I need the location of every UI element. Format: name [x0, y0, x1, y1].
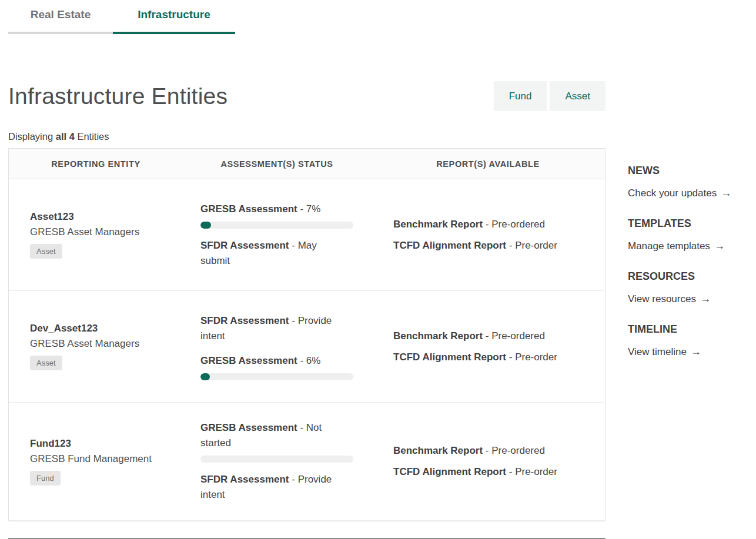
assessment-separator: -: [297, 203, 306, 215]
assessment-separator: -: [297, 422, 306, 433]
assessment-name: GRESB Assessment: [200, 203, 297, 215]
assessment-progress-fill: [200, 373, 210, 380]
sidebar: NEWS Check your updates→ TEMPLATES Manag…: [628, 165, 751, 376]
assessment-name: SFDR Assessment: [200, 315, 289, 326]
assessment-status-cell: SFDR Assessment - Provide intent GRESB A…: [183, 313, 371, 380]
report-name: TCFD Alignment Report: [393, 466, 506, 477]
column-header-assessment-status: ASSESSMENT(S) STATUS: [183, 159, 371, 169]
assessment-name: GRESB Assessment: [200, 355, 297, 366]
report-status: Pre-ordered: [491, 330, 545, 342]
entity-organization: GRESB Fund Management: [30, 453, 183, 465]
assessment-item: GRESB Assessment - Not started: [200, 420, 371, 463]
assessment-name: SFDR Assessment: [200, 474, 289, 485]
sidebar-heading-timeline: TIMELINE: [628, 323, 751, 336]
sidebar-link-label: Manage templates: [628, 240, 710, 252]
sidebar-heading-news: NEWS: [628, 165, 751, 177]
assessment-separator: -: [289, 240, 298, 251]
arrow-right-icon: →: [721, 187, 731, 199]
assessment-text: SFDR Assessment - Provide intent: [200, 313, 339, 344]
report-item: Benchmark Report - Pre-ordered: [393, 219, 605, 230]
table-row[interactable]: Fund123 GRESB Fund Management Fund GRESB…: [9, 403, 605, 521]
assessment-status: 7%: [306, 203, 321, 215]
entity-table: REPORTING ENTITY ASSESSMENT(S) STATUS RE…: [8, 148, 606, 521]
table-row[interactable]: Dev_Asset123 GRESB Asset Managers Asset …: [9, 291, 605, 403]
assessment-progress-bar: [200, 373, 353, 380]
assessment-separator: -: [289, 315, 298, 326]
report-name: TCFD Alignment Report: [393, 351, 506, 363]
sidebar-link-view-timeline[interactable]: View timeline→: [628, 346, 701, 358]
assessment-text: SFDR Assessment - Provide intent: [200, 472, 339, 503]
assessment-status-cell: GRESB Assessment - Not started SFDR Asse…: [183, 420, 371, 503]
report-name: Benchmark Report: [393, 330, 483, 342]
report-name: Benchmark Report: [393, 445, 483, 456]
sidebar-section-templates: TEMPLATES Manage templates→: [628, 217, 751, 256]
entity-name: Asset123: [30, 211, 183, 223]
report-item: TCFD Alignment Report - Pre-order: [393, 240, 605, 252]
assessment-separator: -: [297, 355, 306, 366]
sidebar-link-label: View resources: [628, 293, 696, 305]
assessment-name: SFDR Assessment: [200, 240, 289, 251]
report-item: Benchmark Report - Pre-ordered: [393, 445, 605, 457]
assessment-item: SFDR Assessment - Provide intent: [200, 472, 371, 503]
entity-type-badge: Fund: [30, 471, 61, 486]
summary-suffix: Entities: [75, 131, 109, 142]
reporting-entity-cell: Dev_Asset123 GRESB Asset Managers Asset: [9, 323, 183, 370]
arrow-right-icon: →: [700, 293, 711, 305]
report-status: Pre-ordered: [491, 445, 545, 456]
sidebar-heading-resources: RESOURCES: [628, 270, 751, 283]
report-item: TCFD Alignment Report - Pre-order: [393, 466, 605, 478]
add-fund-button[interactable]: Fund: [494, 81, 547, 111]
assessment-progress-bar: [200, 222, 353, 229]
assessment-item: SFDR Assessment - May submit: [200, 238, 371, 269]
page: Real Estate Infrastructure Infrastructur…: [0, 0, 756, 539]
assessment-separator: -: [289, 474, 298, 485]
column-header-reports-available: REPORT(S) AVAILABLE: [371, 159, 605, 169]
add-asset-button[interactable]: Asset: [550, 81, 606, 111]
report-separator: -: [506, 351, 515, 363]
reports-available-cell: Benchmark Report - Pre-ordered TCFD Alig…: [371, 445, 605, 478]
column-header-reporting-entity: REPORTING ENTITY: [9, 159, 183, 169]
entity-action-buttons: Fund Asset: [494, 81, 606, 111]
reports-available-cell: Benchmark Report - Pre-ordered TCFD Alig…: [371, 219, 605, 252]
report-name: Benchmark Report: [393, 219, 483, 230]
entity-name: Fund123: [30, 438, 183, 450]
reporting-entity-cell: Asset123 GRESB Asset Managers Asset: [9, 211, 183, 259]
report-status: Pre-order: [515, 240, 557, 251]
entity-organization: GRESB Asset Managers: [30, 226, 183, 238]
arrow-right-icon: →: [691, 346, 701, 358]
report-separator: -: [483, 445, 491, 456]
assessment-name: GRESB Assessment: [200, 422, 297, 433]
report-separator: -: [506, 240, 515, 251]
entity-type-badge: Asset: [30, 356, 62, 370]
entity-name: Dev_Asset123: [30, 323, 183, 334]
tab-infrastructure[interactable]: Infrastructure: [113, 5, 235, 34]
assessment-progress-bar: [200, 456, 353, 463]
report-status: Pre-ordered: [491, 219, 545, 230]
assessment-text: GRESB Assessment - 7%: [200, 202, 339, 217]
report-status: Pre-order: [515, 466, 557, 477]
sidebar-link-check-updates[interactable]: Check your updates→: [628, 187, 731, 199]
report-separator: -: [506, 466, 515, 477]
sidebar-link-view-resources[interactable]: View resources→: [628, 293, 711, 305]
assessment-status: 6%: [306, 355, 321, 366]
report-item: TCFD Alignment Report - Pre-order: [393, 351, 605, 363]
sidebar-heading-templates: TEMPLATES: [628, 217, 751, 230]
report-status: Pre-order: [515, 351, 557, 363]
title-row: Infrastructure Entities Fund Asset: [8, 81, 606, 111]
sidebar-link-manage-templates[interactable]: Manage templates→: [628, 240, 725, 252]
entity-count-summary: Displaying all 4 Entities: [8, 131, 756, 142]
report-separator: -: [483, 330, 491, 342]
sidebar-section-news: NEWS Check your updates→: [628, 165, 751, 203]
table-row[interactable]: Asset123 GRESB Asset Managers Asset GRES…: [9, 179, 605, 291]
assessment-item: GRESB Assessment - 6%: [200, 353, 371, 380]
arrow-right-icon: →: [714, 240, 725, 252]
sidebar-section-timeline: TIMELINE View timeline→: [628, 323, 751, 361]
entity-table-body: Asset123 GRESB Asset Managers Asset GRES…: [9, 179, 605, 521]
assessment-text: GRESB Assessment - 6%: [200, 353, 339, 369]
report-separator: -: [483, 219, 491, 230]
entity-table-header: REPORTING ENTITY ASSESSMENT(S) STATUS RE…: [9, 149, 605, 179]
sidebar-link-label: View timeline: [628, 346, 687, 358]
tab-real-estate[interactable]: Real Estate: [8, 5, 113, 34]
report-name: TCFD Alignment Report: [393, 240, 506, 251]
entity-type-badge: Asset: [30, 244, 62, 259]
